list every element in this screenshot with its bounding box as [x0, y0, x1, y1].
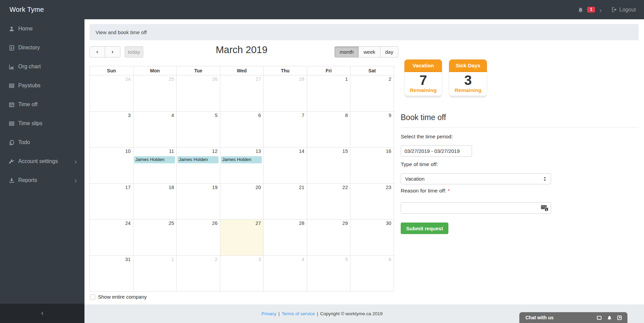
calendar-day-cell-6[interactable]: 6: [350, 256, 394, 292]
sidebar-item-directory[interactable]: Directory: [0, 38, 84, 57]
sidebar-item-todo[interactable]: Todo: [0, 133, 84, 152]
day-number: 5: [177, 112, 220, 118]
calendar-prev-button[interactable]: [90, 46, 105, 57]
calendar-day-cell-24[interactable]: 24: [90, 75, 133, 111]
calendar-day-cell-1[interactable]: 1: [307, 75, 350, 111]
sidebar-item-time-off[interactable]: Time off: [0, 95, 84, 114]
calendar-day-cell-30[interactable]: 30: [350, 220, 394, 255]
day-number: 9: [350, 112, 394, 118]
calendar-day-cell-9[interactable]: 9: [350, 112, 394, 147]
calendar-day-cell-17[interactable]: 17: [90, 184, 133, 220]
calendar-body: 24252627281234567891011James Holden12Jam…: [90, 75, 394, 291]
calendar-day-cell-20[interactable]: 20: [220, 184, 264, 220]
weekday-header-fri: Fri: [307, 66, 350, 75]
time-period-input[interactable]: [401, 145, 472, 157]
terms-of-service-link[interactable]: Terms of service: [282, 311, 315, 316]
sidebar-item-home[interactable]: Home: [0, 19, 84, 38]
calendar-event[interactable]: James Holden: [221, 156, 262, 163]
page-header: View and book time off: [90, 24, 639, 40]
sidebar: HomeDirectoryOrg chartPaystubsTime offTi…: [0, 19, 84, 323]
calendar-day-cell-1[interactable]: 1: [133, 256, 177, 292]
calendar-day-cell-24[interactable]: 24: [90, 220, 133, 255]
view-day-button[interactable]: day: [380, 46, 398, 57]
calendar-day-cell-15[interactable]: 15: [307, 147, 350, 183]
view-week-button[interactable]: week: [358, 46, 380, 57]
calendar-day-cell-7[interactable]: 7: [263, 112, 307, 147]
calendar-day-cell-11[interactable]: 11James Holden: [133, 147, 177, 183]
calendar-day-cell-23[interactable]: 23: [350, 184, 394, 220]
calendar-event[interactable]: James Holden: [177, 156, 219, 163]
submit-request-button[interactable]: Submit request: [401, 223, 448, 234]
calendar-day-cell-25[interactable]: 25: [133, 220, 177, 255]
sidebar-item-reports[interactable]: Reports: [0, 171, 84, 190]
day-number: 21: [264, 184, 307, 190]
calendar-day-cell-25[interactable]: 25: [133, 75, 177, 111]
sick-days-remaining-value: 3: [449, 73, 487, 87]
calendar-day-cell-27[interactable]: 27: [220, 220, 264, 255]
sidebar-item-account-settings[interactable]: Account settings: [0, 152, 84, 171]
logout-button[interactable]: Logout: [612, 7, 636, 13]
calendar-day-cell-3[interactable]: 3: [90, 112, 133, 147]
day-number: 25: [133, 220, 177, 226]
sidebar-item-paystubs[interactable]: Paystubs: [0, 76, 84, 95]
calendar-day-cell-26[interactable]: 26: [176, 75, 220, 111]
sidebar-collapse-button[interactable]: [0, 304, 84, 323]
calendar-day-cell-6[interactable]: 6: [220, 112, 264, 147]
calendar-event[interactable]: James Holden: [134, 156, 175, 163]
calendar-day-cell-2[interactable]: 2: [350, 75, 394, 111]
calendar-day-cell-31[interactable]: 31: [90, 256, 133, 292]
notification-count-badge[interactable]: 1: [587, 7, 595, 13]
sidebar-item-label: Todo: [18, 139, 78, 145]
heading-divider: [401, 127, 639, 128]
calendar-day-cell-4[interactable]: 4: [133, 112, 177, 147]
calendar-day-cell-26[interactable]: 26: [176, 220, 220, 255]
input-method-icon[interactable]: ··· 1: [541, 205, 548, 211]
type-of-time-off-select[interactable]: Vacation: [401, 173, 551, 184]
calendar-day-cell-2[interactable]: 2: [176, 256, 220, 292]
calendar-day-cell-22[interactable]: 22: [307, 184, 350, 220]
day-number: 2: [177, 256, 220, 262]
today-button[interactable]: today: [125, 46, 143, 57]
calendar-day-cell-8[interactable]: 8: [307, 112, 350, 147]
calendar-day-cell-4[interactable]: 4: [263, 256, 307, 292]
calendar-day-cell-5[interactable]: 5: [176, 112, 220, 147]
calendar-day-cell-27[interactable]: 27: [220, 75, 264, 111]
day-number: 17: [90, 184, 133, 190]
day-number: 22: [307, 184, 350, 190]
calendar-day-cell-29[interactable]: 29: [307, 220, 350, 255]
reason-input[interactable]: [401, 202, 551, 214]
calendar-day-cell-5[interactable]: 5: [307, 256, 350, 292]
view-month-button[interactable]: month: [335, 46, 359, 57]
notifications-bell-icon[interactable]: [577, 7, 584, 13]
calendar-day-cell-10[interactable]: 10: [90, 147, 133, 183]
sidebar-item-org-chart[interactable]: Org chart: [0, 57, 84, 76]
app-title: Work Tyme: [9, 6, 44, 14]
privacy-link[interactable]: Privacy: [262, 311, 276, 316]
chat-widget[interactable]: Chat with us: [519, 312, 627, 323]
calendar-day-cell-28[interactable]: 28: [263, 75, 307, 111]
calendar-day-cell-13[interactable]: 13James Holden: [220, 147, 264, 183]
sidebar-item-label: Paystubs: [18, 83, 78, 89]
calendar-day-cell-18[interactable]: 18: [133, 184, 177, 220]
calendar-day-cell-19[interactable]: 19: [176, 184, 220, 220]
chevron-right-icon[interactable]: [599, 8, 602, 11]
show-entire-company-checkbox[interactable]: [90, 294, 95, 300]
calendar-next-button[interactable]: [105, 46, 120, 57]
day-number: 4: [264, 256, 307, 262]
day-number: 26: [177, 75, 220, 82]
calendar-day-cell-14[interactable]: 14: [263, 147, 307, 183]
chat-popout-icon[interactable]: [617, 315, 622, 320]
chat-bell-icon[interactable]: [607, 315, 612, 320]
calendar-day-cell-16[interactable]: 16: [350, 147, 394, 183]
sidebar-item-label: Time off: [18, 101, 78, 108]
chat-window-icon[interactable]: [597, 315, 602, 320]
calendar-day-cell-28[interactable]: 28: [263, 220, 307, 255]
calendar-day-cell-3[interactable]: 3: [220, 256, 264, 292]
calendar-week-row: 31123456: [90, 255, 394, 292]
calendar-day-cell-21[interactable]: 21: [263, 184, 307, 220]
weekday-header-sat: Sat: [350, 66, 394, 75]
calendar-day-cell-12[interactable]: 12James Holden: [176, 147, 220, 183]
chat-icons: [597, 315, 622, 320]
sidebar-item-time-slips[interactable]: Time slips: [0, 114, 84, 133]
show-entire-company-toggle[interactable]: Show entire company: [90, 294, 147, 300]
